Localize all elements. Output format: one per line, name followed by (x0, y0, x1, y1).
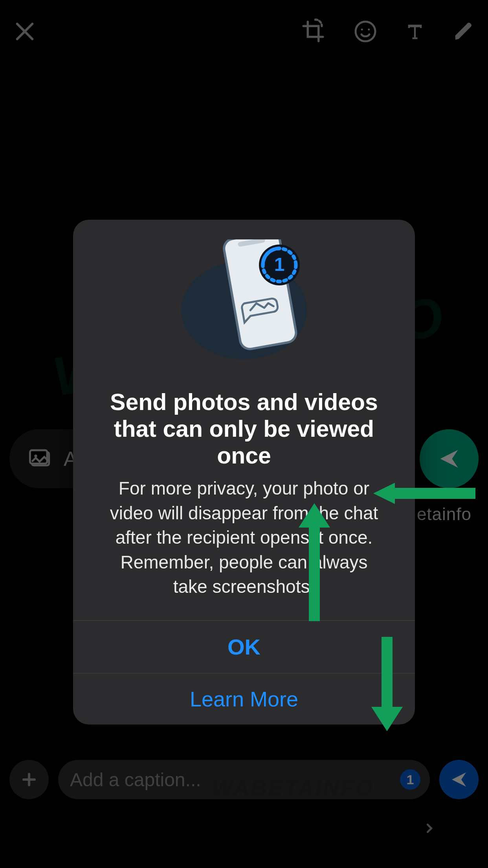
learn-more-button[interactable]: Learn More (73, 673, 415, 725)
modal-title: Send photos and videos that can only be … (73, 369, 415, 476)
modal-body-text: For more privacy, your photo or video wi… (73, 476, 415, 620)
view-once-glyph-icon: 1 (259, 245, 300, 285)
view-once-intro-modal: 1 Send photos and videos that can only b… (73, 220, 415, 725)
svg-text:1: 1 (274, 254, 285, 275)
modal-illustration: 1 (73, 220, 415, 369)
ok-button[interactable]: OK (73, 620, 415, 673)
